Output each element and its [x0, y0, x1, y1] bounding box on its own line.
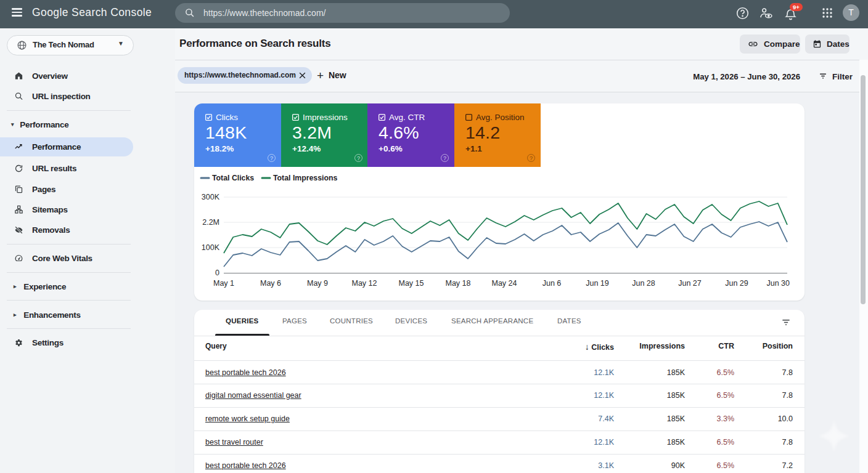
svg-text:2.2M: 2.2M — [202, 218, 219, 227]
svg-text:May 12: May 12 — [352, 279, 377, 288]
svg-text:May 9: May 9 — [307, 279, 328, 288]
svg-text:May 1: May 1 — [213, 279, 234, 288]
svg-text:300K: 300K — [202, 193, 220, 201]
svg-text:Total Impressions: Total Impressions — [273, 174, 337, 182]
svg-text:May 15: May 15 — [399, 279, 424, 288]
svg-text:May 24: May 24 — [492, 279, 517, 288]
svg-text:Jun 6: Jun 6 — [542, 279, 562, 288]
svg-text:Jun 19: Jun 19 — [586, 279, 609, 288]
svg-text:May 18: May 18 — [446, 279, 471, 288]
svg-text:0: 0 — [215, 269, 219, 277]
svg-text:Jun 27: Jun 27 — [678, 279, 702, 288]
svg-text:Total Clicks: Total Clicks — [212, 174, 254, 182]
svg-text:Jun 29: Jun 29 — [725, 279, 748, 288]
svg-text:May 6: May 6 — [260, 279, 281, 288]
svg-text:100K: 100K — [202, 243, 220, 252]
svg-text:Jun 28: Jun 28 — [632, 279, 655, 288]
svg-text:Jun 30: Jun 30 — [766, 279, 790, 288]
